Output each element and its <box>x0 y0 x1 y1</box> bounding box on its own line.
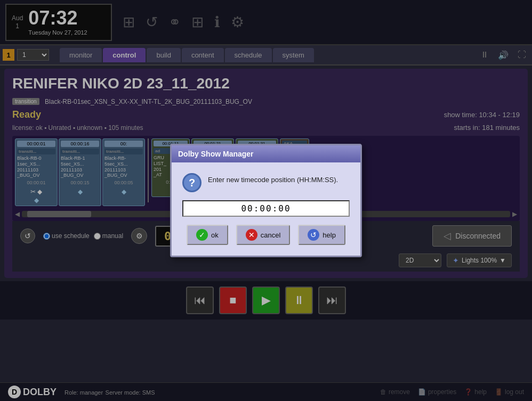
dialog-title: Dolby Show Manager <box>178 150 254 158</box>
help-btn-icon: ↺ <box>308 229 319 241</box>
cancel-label: cancel <box>261 231 281 239</box>
cancel-icon: ✕ <box>246 229 257 241</box>
ok-icon: ✓ <box>196 229 208 241</box>
dialog-box: Dolby Show Manager ? Enter new timecode … <box>170 144 362 257</box>
help-dialog-label: help <box>323 231 336 239</box>
dialog-timecode-input[interactable] <box>182 200 350 217</box>
dialog-buttons: ✓ ok ✕ cancel ↺ help <box>182 225 350 245</box>
dialog-overlay: Dolby Show Manager ? Enter new timecode … <box>0 0 532 401</box>
dialog-cancel-button[interactable]: ✕ cancel <box>236 225 291 245</box>
dialog-title-bar: Dolby Show Manager <box>172 145 360 162</box>
dialog-message: Enter new timecode position (HH:MM:SS). <box>208 173 338 184</box>
dialog-ok-button[interactable]: ✓ ok <box>187 225 228 245</box>
dialog-help-button[interactable]: ↺ help <box>298 225 345 245</box>
dialog-question-icon: ? <box>182 173 201 192</box>
ok-label: ok <box>211 231 219 239</box>
dialog-message-row: ? Enter new timecode position (HH:MM:SS)… <box>182 173 350 192</box>
dialog-body: ? Enter new timecode position (HH:MM:SS)… <box>172 162 360 256</box>
